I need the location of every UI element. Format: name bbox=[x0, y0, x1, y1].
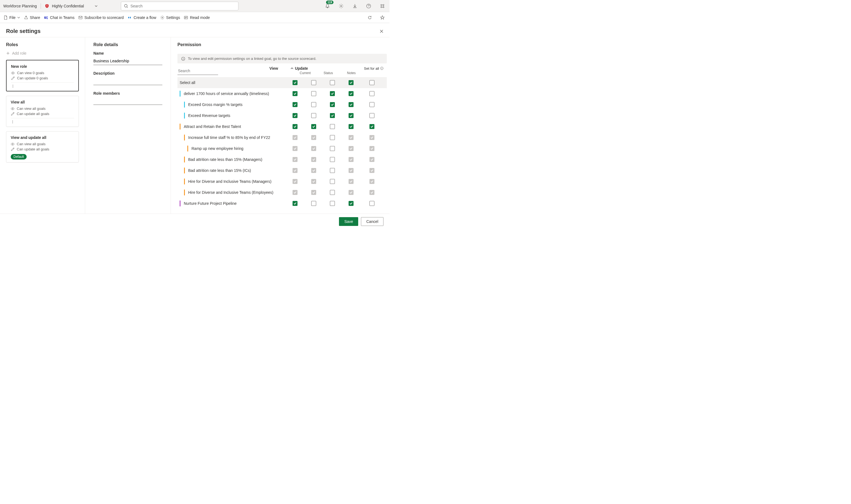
role-more-button[interactable] bbox=[11, 84, 74, 88]
app-launcher-button[interactable] bbox=[379, 2, 386, 10]
status-checkbox[interactable] bbox=[330, 113, 335, 118]
teams-icon: T bbox=[44, 15, 48, 20]
goal-label: Ramp up new employee hiring bbox=[191, 146, 243, 151]
notes-checkbox[interactable] bbox=[349, 80, 353, 85]
chat-in-teams-button[interactable]: T Chat in Teams bbox=[44, 15, 74, 20]
status-checkbox[interactable] bbox=[330, 190, 335, 195]
svg-point-14 bbox=[13, 85, 13, 85]
permission-search-input[interactable] bbox=[177, 68, 218, 75]
file-label: File bbox=[9, 15, 16, 20]
share-button[interactable]: Share bbox=[24, 15, 40, 20]
permission-row: Bad attrition rate less than 15% (ICs) bbox=[177, 165, 387, 176]
set-checkbox[interactable] bbox=[369, 124, 375, 129]
view-checkbox[interactable] bbox=[293, 80, 297, 85]
notes-checkbox[interactable] bbox=[349, 113, 353, 118]
status-checkbox[interactable] bbox=[330, 80, 335, 85]
notes-checkbox[interactable] bbox=[349, 102, 353, 107]
current-checkbox[interactable] bbox=[311, 124, 316, 129]
read-mode-icon bbox=[184, 15, 188, 20]
help-button[interactable] bbox=[365, 2, 372, 10]
view-column-header[interactable]: View bbox=[267, 66, 281, 71]
role-update-line: Can update all goals bbox=[11, 112, 74, 116]
notes-checkbox[interactable] bbox=[349, 201, 353, 206]
set-checkbox[interactable] bbox=[369, 91, 375, 96]
status-checkbox[interactable] bbox=[330, 135, 335, 140]
role-more-button[interactable] bbox=[11, 120, 74, 124]
set-checkbox[interactable] bbox=[369, 113, 375, 118]
eye-icon bbox=[11, 107, 15, 111]
status-checkbox[interactable] bbox=[330, 102, 335, 107]
set-checkbox bbox=[369, 179, 375, 184]
goal-label: Increase full time staff % to 85% by end… bbox=[188, 135, 270, 140]
view-checkbox[interactable] bbox=[293, 124, 297, 129]
classification-label[interactable]: Highly Confidential bbox=[52, 4, 84, 8]
close-button[interactable] bbox=[380, 29, 383, 33]
read-mode-button[interactable]: Read mode bbox=[184, 15, 210, 20]
view-checkbox bbox=[293, 135, 297, 140]
cancel-button[interactable]: Cancel bbox=[361, 217, 383, 226]
search-input[interactable] bbox=[131, 4, 236, 8]
permission-row: Increase full time staff % to 85% by end… bbox=[177, 132, 387, 143]
global-search[interactable] bbox=[121, 2, 239, 11]
color-bar bbox=[184, 134, 185, 141]
status-checkbox[interactable] bbox=[330, 146, 335, 151]
view-checkbox[interactable] bbox=[293, 113, 297, 118]
status-checkbox[interactable] bbox=[330, 91, 335, 96]
svg-point-11 bbox=[162, 17, 163, 18]
create-flow-button[interactable]: Create a flow bbox=[127, 15, 156, 20]
current-checkbox[interactable] bbox=[311, 113, 316, 118]
status-checkbox[interactable] bbox=[330, 124, 335, 129]
role-card[interactable]: New role Can view 0 goals Can update 0 g… bbox=[6, 60, 79, 91]
status-checkbox[interactable] bbox=[330, 201, 335, 206]
current-checkbox[interactable] bbox=[311, 102, 316, 107]
role-card[interactable]: View and update all Can view all goals C… bbox=[6, 131, 79, 163]
description-input[interactable] bbox=[93, 78, 162, 85]
set-checkbox[interactable] bbox=[369, 80, 375, 85]
settings-button[interactable]: Settings bbox=[160, 15, 180, 20]
chevron-down-icon[interactable] bbox=[94, 4, 98, 8]
set-checkbox bbox=[369, 146, 375, 151]
file-icon bbox=[3, 15, 8, 20]
current-checkbox[interactable] bbox=[311, 201, 316, 206]
view-checkbox[interactable] bbox=[293, 91, 297, 96]
notes-checkbox[interactable] bbox=[349, 124, 353, 129]
view-checkbox bbox=[293, 146, 297, 151]
notes-checkbox[interactable] bbox=[349, 91, 353, 96]
status-checkbox[interactable] bbox=[330, 179, 335, 184]
settings-gear-button[interactable] bbox=[337, 2, 345, 10]
read-mode-label: Read mode bbox=[190, 15, 210, 20]
notifications-button[interactable]: 119 bbox=[324, 2, 331, 10]
goal-label: Bad attrition rate less than 15% (ICs) bbox=[188, 168, 251, 173]
status-checkbox[interactable] bbox=[330, 157, 335, 162]
file-menu[interactable]: File bbox=[3, 15, 20, 20]
role-card[interactable]: View all Can view all goals Can update a… bbox=[6, 96, 79, 127]
subscribe-button[interactable]: Subscribe to scorecard bbox=[78, 15, 124, 20]
download-button[interactable] bbox=[351, 2, 359, 10]
gear-icon bbox=[160, 15, 164, 20]
role-card-title: New role bbox=[11, 64, 74, 69]
favorite-button[interactable] bbox=[379, 14, 386, 21]
members-input[interactable] bbox=[93, 98, 162, 105]
plus-icon bbox=[6, 51, 10, 55]
set-checkbox[interactable] bbox=[369, 201, 375, 206]
name-input[interactable] bbox=[93, 58, 162, 65]
status-checkbox[interactable] bbox=[330, 168, 335, 173]
view-checkbox[interactable] bbox=[293, 102, 297, 107]
subscribe-label: Subscribe to scorecard bbox=[84, 15, 124, 20]
update-column-header[interactable]: Update bbox=[291, 66, 308, 71]
current-checkbox[interactable] bbox=[311, 80, 316, 85]
svg-rect-10 bbox=[79, 16, 82, 19]
info-icon bbox=[380, 67, 383, 70]
save-button[interactable]: Save bbox=[339, 217, 358, 226]
add-role-label: Add role bbox=[12, 51, 27, 55]
refresh-button[interactable] bbox=[366, 14, 374, 21]
set-for-all-header[interactable]: Set for all bbox=[364, 67, 383, 71]
page-title: Role settings bbox=[6, 28, 41, 34]
goal-label: Hire for Diverse and Inclusive Teams (Ma… bbox=[188, 179, 272, 184]
svg-point-4 bbox=[383, 4, 384, 5]
add-role-button[interactable]: Add role bbox=[6, 51, 79, 55]
current-checkbox[interactable] bbox=[311, 91, 316, 96]
view-checkbox[interactable] bbox=[293, 201, 297, 206]
set-checkbox[interactable] bbox=[369, 102, 375, 107]
current-checkbox bbox=[311, 135, 316, 140]
